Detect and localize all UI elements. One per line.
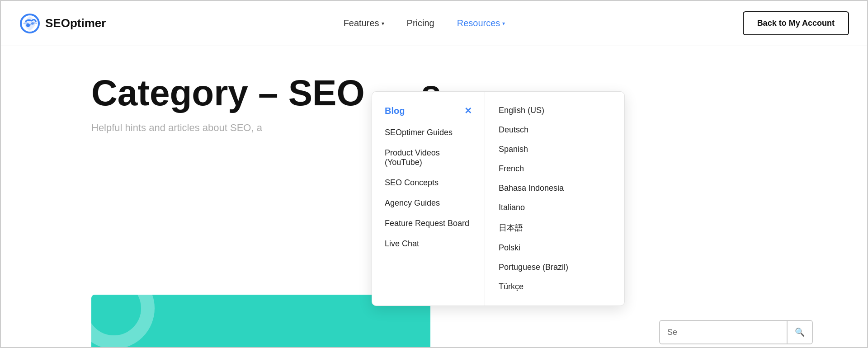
nav-features[interactable]: Features ▾ <box>344 18 384 28</box>
lang-portuguese-brazil[interactable]: Portuguese (Brazil) <box>485 258 603 277</box>
logo[interactable]: SEOptimer <box>19 13 106 34</box>
resources-chevron-icon: ▾ <box>502 20 505 27</box>
dropdown-item-seo-concepts[interactable]: SEO Concepts <box>372 173 485 193</box>
logo-icon <box>19 13 41 34</box>
hero-section: Category – SEO … s Helpful hints and art… <box>1 46 867 348</box>
lang-spanish[interactable]: Spanish <box>485 140 603 159</box>
lang-english-us[interactable]: English (US) <box>485 101 603 120</box>
lang-polski[interactable]: Polski <box>485 238 603 258</box>
dropdown-item-agency-guides[interactable]: Agency Guides <box>372 193 485 213</box>
back-to-account-button[interactable]: Back to My Account <box>743 11 849 35</box>
lang-turkce[interactable]: Türkçe <box>485 277 603 296</box>
nav-pricing[interactable]: Pricing <box>407 18 434 28</box>
dropdown-right-panel: English (US) Deutsch Spanish French Baha… <box>485 92 603 306</box>
nav-resources[interactable]: Resources ▾ <box>457 18 505 28</box>
dropdown-item-feature-request-board[interactable]: Feature Request Board <box>372 213 485 234</box>
dropdown-left-panel: Blog ✕ SEOptimer Guides Product Videos(Y… <box>372 92 485 306</box>
lang-deutsch[interactable]: Deutsch <box>485 120 603 140</box>
close-icon[interactable]: ✕ <box>464 105 472 116</box>
logo-text: SEOptimer <box>45 16 106 30</box>
dropdown-item-seoptimer-guides[interactable]: SEOptimer Guides <box>372 122 485 143</box>
green-circle-decoration <box>91 295 155 348</box>
dropdown-blog-label[interactable]: Blog <box>385 106 405 116</box>
search-bar: 🔍 <box>659 320 813 344</box>
dropdown-item-live-chat[interactable]: Live Chat <box>372 234 485 254</box>
resources-dropdown: Blog ✕ SEOptimer Guides Product Videos(Y… <box>372 91 625 306</box>
dropdown-header: Blog ✕ <box>372 101 485 122</box>
lang-bahasa-indonesia[interactable]: Bahasa Indonesia <box>485 179 603 198</box>
search-input[interactable] <box>660 321 787 343</box>
navbar: SEOptimer Features ▾ Pricing Resources ▾… <box>1 1 867 46</box>
nav-center: Features ▾ Pricing Resources ▾ <box>344 18 505 28</box>
dropdown-item-product-videos[interactable]: Product Videos(YouTube) <box>372 143 485 173</box>
lang-french[interactable]: French <box>485 159 603 179</box>
lang-japanese[interactable]: 日本語 <box>485 217 603 238</box>
lang-italiano[interactable]: Italiano <box>485 198 603 217</box>
search-icon: 🔍 <box>795 328 805 337</box>
search-button[interactable]: 🔍 <box>787 321 812 343</box>
features-chevron-icon: ▾ <box>382 20 384 27</box>
